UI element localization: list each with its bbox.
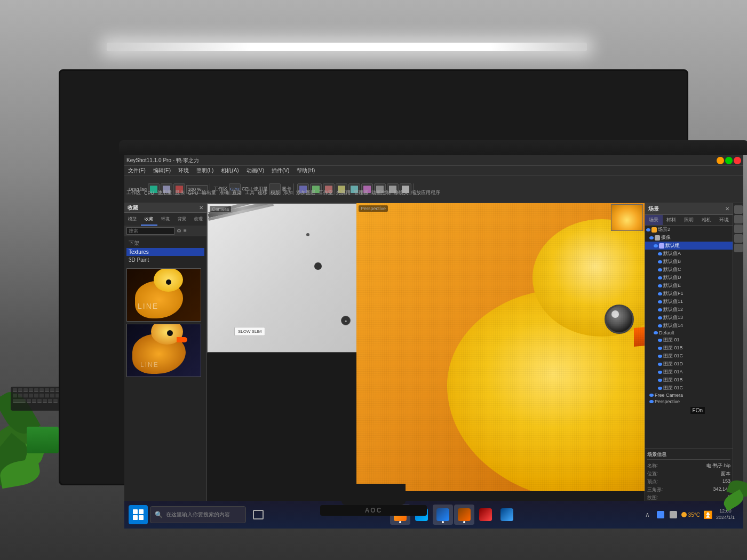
scene-tab-light[interactable]: 照明 <box>680 215 698 225</box>
menu-camera[interactable]: 相机(A) <box>219 167 240 174</box>
scene-label-l01b2: 图层 01B <box>663 377 683 383</box>
titlebar: KeyShot11.1.0 Pro - 鸭·零之力 <box>124 155 743 166</box>
scene-eye-d <box>658 276 662 279</box>
scene-label-12: 默认值12 <box>663 306 683 313</box>
scene-layer-01[interactable]: 图层 01 <box>645 336 733 344</box>
scene-item-c[interactable]: 默认值C <box>645 266 733 274</box>
toolbar: Drag lag 工作区 GPU CPU 使用量 显卡 <box>124 175 743 203</box>
scene-layer-01b[interactable]: 图层 01B <box>645 344 733 352</box>
taskbar-icon-3d[interactable] <box>433 505 453 525</box>
tab-model[interactable]: 模型 <box>124 213 141 226</box>
scene-default-group[interactable]: 默认组 <box>645 242 733 250</box>
preview-duck1: LINE <box>126 268 201 322</box>
menu-env[interactable]: 环境 <box>177 167 190 174</box>
scene-layer-01c[interactable]: 图层 01C <box>645 352 733 360</box>
tab-env[interactable]: 环境 <box>157 213 174 226</box>
props-header: 场景信息 <box>647 451 730 460</box>
ceiling-light <box>107 43 587 51</box>
scene-label-b: 默认值B <box>663 258 681 265</box>
scene-item-14[interactable]: 默认值14 <box>645 322 733 330</box>
scene-perspective[interactable]: Perspective <box>645 398 733 405</box>
scene-item-e[interactable]: 默认值E <box>645 282 733 290</box>
tray-icon-up[interactable]: ∧ <box>643 510 653 519</box>
tree-item-textures[interactable]: Textures <box>126 248 204 256</box>
viewport-top-left-label: Camera <box>210 206 231 212</box>
toolbar-row2: 工作区 CPU 使用量 显卡 GPU 输出量 准确 直染 工具 连移 模版 添加… <box>126 189 440 196</box>
far-right-icon-3[interactable] <box>734 225 743 233</box>
filter-icon: ≡ <box>184 228 187 234</box>
win-logo-tile-1 <box>133 509 138 514</box>
task-view-button[interactable] <box>248 505 268 525</box>
scene-panel-tabs: 场景 材料 照明 相机 环境 <box>645 215 733 226</box>
scene-icon-dg <box>659 243 664 249</box>
tray-icon-net[interactable] <box>656 510 665 519</box>
minimize-button[interactable] <box>717 157 724 164</box>
scene-root[interactable]: 场景2 <box>645 226 733 234</box>
titlebar-buttons <box>717 157 741 164</box>
scene-tab-camera[interactable]: 相机 <box>697 215 715 225</box>
scene-icon-root <box>651 227 657 233</box>
viewport-main-label: Perspective <box>359 205 388 212</box>
scene-label-l01b: 图层 01B <box>663 345 683 351</box>
panel-search-input[interactable] <box>126 227 174 235</box>
search-icon-taskbar: 🔍 <box>155 511 163 518</box>
scene-default-layer[interactable]: Default <box>645 330 733 336</box>
scene-item-a[interactable]: 默认值A <box>645 250 733 258</box>
scene-eye-l01 <box>658 339 662 342</box>
scene-camera[interactable]: 摄像 <box>645 234 733 242</box>
scene-tab-material[interactable]: 材料 <box>663 215 680 225</box>
fon-indicator: FOn <box>690 407 705 414</box>
menu-light[interactable]: 照明(L) <box>195 167 215 174</box>
scene-tab-env[interactable]: 环境 <box>715 215 733 225</box>
start-button[interactable] <box>129 505 148 524</box>
scene-item-f1[interactable]: 默认值F1 <box>645 290 733 298</box>
taskbar-search[interactable]: 🔍 在这里输入你要搜索的内容 <box>150 506 246 523</box>
tree-item-3dpaint[interactable]: 3D Paint <box>126 256 204 264</box>
taskbar-icon-camera[interactable] <box>497 505 517 525</box>
scene-eye-dg <box>654 244 658 247</box>
taskbar-icon-keyshot[interactable] <box>454 505 474 525</box>
far-right-icon-1[interactable] <box>734 205 743 214</box>
tray-icon-vol[interactable] <box>669 510 678 519</box>
scene-eye-14 <box>658 324 662 327</box>
monitor-stand <box>341 484 406 505</box>
plant-right <box>720 453 747 560</box>
tray-icon-battery[interactable]: ⏫ <box>703 510 713 519</box>
tab-bg[interactable]: 背景 <box>173 213 190 226</box>
scene-item-d[interactable]: 默认值D <box>645 274 733 282</box>
scene-item-b[interactable]: 默认值B <box>645 258 733 266</box>
duck-text-left2: LINE <box>140 361 159 369</box>
win-logo-tile-2 <box>139 509 144 514</box>
pen-dot-text: ● <box>345 319 347 323</box>
scene-item-12[interactable]: 默认值12 <box>645 306 733 314</box>
far-right-icon-2[interactable] <box>734 215 743 223</box>
close-button[interactable] <box>734 157 741 164</box>
far-right-icon-5[interactable] <box>734 244 743 252</box>
taskbar-icon-lossless[interactable] <box>475 505 496 525</box>
left-panel-close[interactable]: ✕ <box>199 205 203 211</box>
tab-tex[interactable]: 纹理 <box>190 213 206 226</box>
far-right-icon-4[interactable] <box>734 234 743 243</box>
scene-layer-01c2[interactable]: 图层 01C <box>645 384 733 392</box>
scene-panel-close[interactable]: ✕ <box>725 206 729 212</box>
temp-value: 35°C <box>688 512 700 518</box>
scene-label-c: 默认值C <box>663 266 681 273</box>
scene-layer-01d[interactable]: 图层 01D <box>645 360 733 368</box>
plant-left <box>0 400 64 560</box>
scene-free-camera[interactable]: Free Camera <box>645 392 733 398</box>
menu-edit[interactable]: 编辑(E) <box>152 167 172 174</box>
scene-eye-l01c <box>658 355 662 358</box>
scene-item-13[interactable]: 默认值13 <box>645 314 733 322</box>
scene-layer-01b2[interactable]: 图层 01B <box>645 376 733 384</box>
tab-collect[interactable]: 收藏 <box>141 213 157 226</box>
scene-tab-scene[interactable]: 场景 <box>645 215 663 225</box>
menu-file[interactable]: 文件(F) <box>126 167 147 174</box>
menu-plugin[interactable]: 插件(V) <box>270 167 291 174</box>
maximize-button[interactable] <box>725 157 733 164</box>
menu-anim[interactable]: 动画(V) <box>245 167 266 174</box>
scene-eye-persp <box>649 400 654 403</box>
monitor-base: AOC <box>320 505 427 516</box>
menu-help[interactable]: 帮助(H) <box>295 167 316 174</box>
scene-item-11[interactable]: 默认值11 <box>645 298 733 306</box>
scene-layer-01a2[interactable]: 图层 01A <box>645 368 733 376</box>
